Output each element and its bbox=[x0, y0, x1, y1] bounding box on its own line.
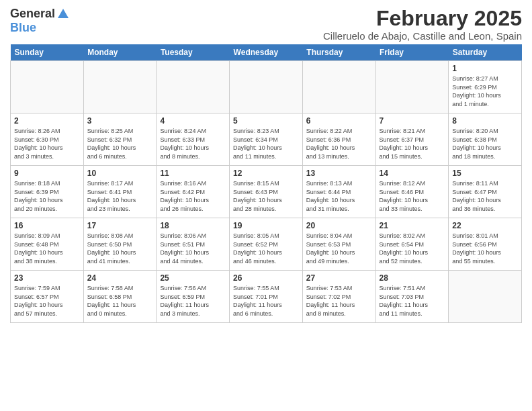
day-info: Sunrise: 8:27 AM Sunset: 6:29 PM Dayligh… bbox=[452, 75, 518, 108]
day-info: Sunrise: 8:09 AM Sunset: 6:48 PM Dayligh… bbox=[14, 232, 80, 265]
day-cell: 3Sunrise: 8:25 AM Sunset: 6:32 PM Daylig… bbox=[83, 113, 157, 166]
day-number: 26 bbox=[233, 273, 299, 283]
day-cell: 25Sunrise: 7:56 AM Sunset: 6:59 PM Dayli… bbox=[157, 271, 230, 323]
day-cell: 13Sunrise: 8:13 AM Sunset: 6:44 PM Dayli… bbox=[302, 166, 375, 218]
week-row-0: 1Sunrise: 8:27 AM Sunset: 6:29 PM Daylig… bbox=[11, 61, 522, 113]
day-number: 12 bbox=[233, 169, 299, 178]
day-cell: 27Sunrise: 7:53 AM Sunset: 7:02 PM Dayli… bbox=[302, 271, 375, 323]
day-cell bbox=[230, 61, 303, 113]
day-cell bbox=[11, 61, 84, 113]
day-info: Sunrise: 8:12 AM Sunset: 6:46 PM Dayligh… bbox=[380, 179, 445, 213]
day-info: Sunrise: 8:23 AM Sunset: 6:34 PM Dayligh… bbox=[233, 127, 299, 161]
day-info: Sunrise: 8:05 AM Sunset: 6:52 PM Dayligh… bbox=[233, 232, 299, 265]
day-cell: 1Sunrise: 8:27 AM Sunset: 6:29 PM Daylig… bbox=[449, 61, 522, 113]
day-number: 6 bbox=[306, 116, 372, 126]
logo: General Blue bbox=[10, 7, 70, 35]
calendar-table: Sunday Monday Tuesday Wednesday Thursday… bbox=[10, 44, 522, 323]
day-number: 20 bbox=[306, 221, 372, 230]
day-cell: 26Sunrise: 7:55 AM Sunset: 7:01 PM Dayli… bbox=[230, 271, 303, 323]
location-title: Cilleruelo de Abajo, Castille and Leon, … bbox=[323, 30, 522, 42]
day-number: 10 bbox=[87, 169, 153, 178]
day-number: 8 bbox=[452, 116, 518, 126]
day-number: 11 bbox=[160, 169, 226, 178]
day-cell: 28Sunrise: 7:51 AM Sunset: 7:03 PM Dayli… bbox=[375, 271, 449, 323]
day-info: Sunrise: 7:59 AM Sunset: 6:57 PM Dayligh… bbox=[14, 284, 80, 318]
day-info: Sunrise: 8:13 AM Sunset: 6:44 PM Dayligh… bbox=[306, 179, 372, 213]
logo-blue-text: Blue bbox=[10, 21, 36, 34]
day-info: Sunrise: 7:51 AM Sunset: 7:03 PM Dayligh… bbox=[380, 284, 445, 318]
day-number: 4 bbox=[160, 116, 226, 126]
day-info: Sunrise: 8:20 AM Sunset: 6:38 PM Dayligh… bbox=[452, 127, 518, 161]
day-info: Sunrise: 8:15 AM Sunset: 6:43 PM Dayligh… bbox=[233, 179, 299, 213]
day-info: Sunrise: 8:04 AM Sunset: 6:53 PM Dayligh… bbox=[306, 232, 372, 265]
day-number: 24 bbox=[87, 273, 153, 283]
day-number: 21 bbox=[380, 221, 445, 230]
day-number: 15 bbox=[452, 169, 518, 178]
day-info: Sunrise: 7:53 AM Sunset: 7:02 PM Dayligh… bbox=[306, 284, 372, 318]
day-cell: 2Sunrise: 8:26 AM Sunset: 6:30 PM Daylig… bbox=[11, 113, 84, 166]
day-cell bbox=[449, 271, 522, 323]
day-cell bbox=[302, 61, 375, 113]
day-cell: 9Sunrise: 8:18 AM Sunset: 6:39 PM Daylig… bbox=[11, 166, 84, 218]
day-number: 17 bbox=[87, 221, 153, 230]
day-info: Sunrise: 7:56 AM Sunset: 6:59 PM Dayligh… bbox=[160, 284, 226, 318]
day-number: 27 bbox=[306, 273, 372, 283]
day-number: 5 bbox=[233, 116, 299, 126]
day-info: Sunrise: 7:55 AM Sunset: 7:01 PM Dayligh… bbox=[233, 284, 299, 318]
day-cell: 4Sunrise: 8:24 AM Sunset: 6:33 PM Daylig… bbox=[157, 113, 230, 166]
day-number: 3 bbox=[87, 116, 153, 126]
day-cell: 20Sunrise: 8:04 AM Sunset: 6:53 PM Dayli… bbox=[302, 218, 375, 271]
logo-general-text: General bbox=[10, 7, 55, 21]
day-cell: 6Sunrise: 8:22 AM Sunset: 6:36 PM Daylig… bbox=[302, 113, 375, 166]
week-row-2: 9Sunrise: 8:18 AM Sunset: 6:39 PM Daylig… bbox=[11, 166, 522, 218]
day-number: 22 bbox=[452, 221, 518, 230]
day-number: 1 bbox=[452, 64, 518, 73]
day-cell: 5Sunrise: 8:23 AM Sunset: 6:34 PM Daylig… bbox=[230, 113, 303, 166]
col-sunday: Sunday bbox=[11, 44, 84, 61]
day-cell: 7Sunrise: 8:21 AM Sunset: 6:37 PM Daylig… bbox=[375, 113, 449, 166]
day-cell: 15Sunrise: 8:11 AM Sunset: 6:47 PM Dayli… bbox=[449, 166, 522, 218]
day-cell: 24Sunrise: 7:58 AM Sunset: 6:58 PM Dayli… bbox=[83, 271, 157, 323]
day-cell: 11Sunrise: 8:16 AM Sunset: 6:42 PM Dayli… bbox=[157, 166, 230, 218]
week-row-3: 16Sunrise: 8:09 AM Sunset: 6:48 PM Dayli… bbox=[11, 218, 522, 271]
day-info: Sunrise: 8:17 AM Sunset: 6:41 PM Dayligh… bbox=[87, 179, 153, 213]
day-number: 28 bbox=[380, 273, 445, 283]
title-section: February 2025 Cilleruelo de Abajo, Casti… bbox=[323, 7, 522, 42]
day-cell: 16Sunrise: 8:09 AM Sunset: 6:48 PM Dayli… bbox=[11, 218, 84, 271]
col-friday: Friday bbox=[375, 44, 449, 61]
col-wednesday: Wednesday bbox=[230, 44, 303, 61]
day-number: 13 bbox=[306, 169, 372, 178]
day-info: Sunrise: 7:58 AM Sunset: 6:58 PM Dayligh… bbox=[87, 284, 153, 318]
day-info: Sunrise: 8:24 AM Sunset: 6:33 PM Dayligh… bbox=[160, 127, 226, 161]
day-cell bbox=[157, 61, 230, 113]
week-row-1: 2Sunrise: 8:26 AM Sunset: 6:30 PM Daylig… bbox=[11, 113, 522, 166]
day-cell: 23Sunrise: 7:59 AM Sunset: 6:57 PM Dayli… bbox=[11, 271, 84, 323]
day-number: 16 bbox=[14, 221, 80, 230]
day-cell bbox=[375, 61, 449, 113]
header: General Blue February 2025 Cilleruelo de… bbox=[10, 7, 522, 42]
day-info: Sunrise: 8:11 AM Sunset: 6:47 PM Dayligh… bbox=[452, 179, 518, 213]
logo-icon bbox=[56, 7, 70, 21]
day-number: 7 bbox=[380, 116, 445, 126]
day-cell: 19Sunrise: 8:05 AM Sunset: 6:52 PM Dayli… bbox=[230, 218, 303, 271]
day-cell: 22Sunrise: 8:01 AM Sunset: 6:56 PM Dayli… bbox=[449, 218, 522, 271]
page-container: General Blue February 2025 Cilleruelo de… bbox=[0, 0, 532, 330]
day-cell: 12Sunrise: 8:15 AM Sunset: 6:43 PM Dayli… bbox=[230, 166, 303, 218]
col-saturday: Saturday bbox=[449, 44, 522, 61]
day-info: Sunrise: 8:01 AM Sunset: 6:56 PM Dayligh… bbox=[452, 232, 518, 265]
month-title: February 2025 bbox=[323, 7, 522, 30]
day-cell: 17Sunrise: 8:08 AM Sunset: 6:50 PM Dayli… bbox=[83, 218, 157, 271]
col-monday: Monday bbox=[83, 44, 157, 61]
week-row-4: 23Sunrise: 7:59 AM Sunset: 6:57 PM Dayli… bbox=[11, 271, 522, 323]
day-cell: 10Sunrise: 8:17 AM Sunset: 6:41 PM Dayli… bbox=[83, 166, 157, 218]
day-number: 23 bbox=[14, 273, 80, 283]
day-number: 9 bbox=[14, 169, 80, 178]
day-number: 18 bbox=[160, 221, 226, 230]
day-cell: 14Sunrise: 8:12 AM Sunset: 6:46 PM Dayli… bbox=[375, 166, 449, 218]
day-info: Sunrise: 8:08 AM Sunset: 6:50 PM Dayligh… bbox=[87, 232, 153, 265]
day-info: Sunrise: 8:26 AM Sunset: 6:30 PM Dayligh… bbox=[14, 127, 80, 161]
day-cell: 8Sunrise: 8:20 AM Sunset: 6:38 PM Daylig… bbox=[449, 113, 522, 166]
col-tuesday: Tuesday bbox=[157, 44, 230, 61]
day-info: Sunrise: 8:06 AM Sunset: 6:51 PM Dayligh… bbox=[160, 232, 226, 265]
day-cell: 18Sunrise: 8:06 AM Sunset: 6:51 PM Dayli… bbox=[157, 218, 230, 271]
